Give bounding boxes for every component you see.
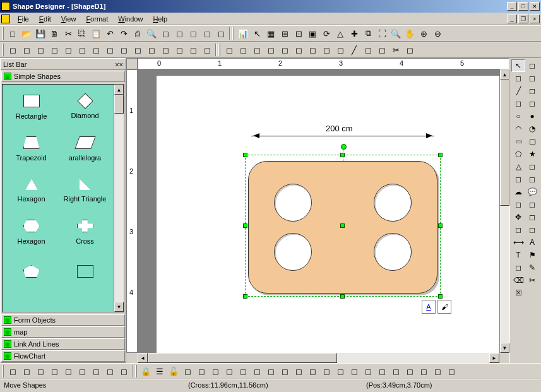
- copy2-button[interactable]: ◻: [158, 27, 172, 40]
- resize-handle-w[interactable]: [243, 223, 247, 228]
- c7-button[interactable]: ◻: [306, 43, 319, 57]
- arc2-button[interactable]: ◻: [333, 43, 347, 57]
- dimension-text[interactable]: 200 cm: [324, 124, 355, 133]
- m6-button[interactable]: ◻: [75, 364, 89, 378]
- bezier-tool[interactable]: ◻: [511, 173, 525, 186]
- m2-button[interactable]: ◻: [20, 364, 33, 378]
- print-button[interactable]: ⎙: [131, 27, 145, 40]
- minimize-button[interactable]: _: [507, 2, 517, 11]
- backward-button[interactable]: ◻: [375, 364, 389, 378]
- same-h-button[interactable]: ◻: [306, 364, 319, 378]
- category-simple-shapes[interactable]: ▦ Simple Shapes: [1, 71, 125, 82]
- palette-shape-rect[interactable]: Rectangle: [4, 86, 58, 128]
- resize-handle-e[interactable]: [438, 223, 443, 228]
- menu-window[interactable]: Window: [113, 14, 148, 24]
- selected-shape[interactable]: [248, 161, 437, 294]
- paint-button[interactable]: ◻: [403, 43, 417, 57]
- line2-tool[interactable]: ◻: [525, 85, 539, 97]
- shapeprops-button[interactable]: ◻: [186, 27, 200, 40]
- scroll-right-button[interactable]: ►: [489, 353, 499, 363]
- triangle-tool[interactable]: △: [511, 160, 525, 173]
- palette-scrollbar[interactable]: ▲ ▼: [114, 85, 124, 312]
- category-flowchart[interactable]: ▦FlowChart: [1, 350, 125, 362]
- text-t-tool[interactable]: T: [511, 249, 525, 261]
- c1-button[interactable]: ◻: [222, 43, 236, 57]
- mdi-restore-button[interactable]: ❐: [518, 15, 528, 23]
- rotation-handle[interactable]: [341, 144, 347, 150]
- sel-rect-button[interactable]: ▣: [306, 27, 319, 40]
- cross-button[interactable]: ✚: [347, 27, 361, 40]
- c3-button[interactable]: ◻: [250, 43, 264, 57]
- palette-shape-pent[interactable]: [4, 253, 58, 295]
- multi-tool[interactable]: ◻: [511, 261, 525, 274]
- curve2-tool[interactable]: ◻: [525, 160, 539, 173]
- back-button[interactable]: ◻: [347, 364, 361, 378]
- a14-button[interactable]: ◻: [200, 43, 214, 57]
- select-button[interactable]: ↖: [250, 27, 264, 40]
- scroll-up-button[interactable]: ▲: [114, 85, 124, 95]
- zoom-out-button[interactable]: ⊖: [431, 27, 444, 40]
- toolbar-grip[interactable]: [2, 44, 4, 56]
- measure-tool[interactable]: ⟷: [511, 236, 525, 249]
- align-l-button[interactable]: ◻: [181, 364, 194, 378]
- shear-tool[interactable]: ◻: [525, 223, 539, 236]
- a3-button[interactable]: ◻: [47, 43, 61, 57]
- poly-tool[interactable]: ⬠: [511, 148, 525, 160]
- same-button[interactable]: ◻: [319, 364, 333, 378]
- pointer-tool[interactable]: ↖: [511, 59, 525, 72]
- a9-button[interactable]: ◻: [131, 43, 145, 57]
- arc1-button[interactable]: ◻: [319, 43, 333, 57]
- cursor-add-tool[interactable]: ◻: [511, 72, 525, 85]
- line-button[interactable]: ╱: [347, 43, 361, 57]
- snap-button[interactable]: ⊡: [292, 27, 306, 40]
- new-button[interactable]: □: [6, 27, 20, 40]
- g5-button[interactable]: ◻: [444, 364, 458, 378]
- scissors-button[interactable]: ✂: [389, 43, 403, 57]
- grid-button[interactable]: ▦: [264, 27, 278, 40]
- palette-shape-cross[interactable]: Cross: [58, 211, 112, 253]
- circle-tool[interactable]: ●: [525, 110, 539, 122]
- bez-button[interactable]: ◻: [361, 43, 375, 57]
- g2-button[interactable]: ◻: [403, 364, 417, 378]
- pencil-tool[interactable]: ✎: [525, 261, 539, 274]
- toolbar-grip[interactable]: [2, 365, 4, 377]
- paste-button[interactable]: 📋: [89, 27, 103, 40]
- resize-handle-sw[interactable]: [243, 294, 247, 299]
- group-button[interactable]: ◻: [200, 27, 214, 40]
- rotate-button[interactable]: ⟳: [319, 27, 333, 40]
- redo-button[interactable]: ↷: [117, 27, 131, 40]
- scroll-track[interactable]: [114, 114, 124, 302]
- align-m-button[interactable]: ◻: [236, 364, 250, 378]
- c2-button[interactable]: ◻: [236, 43, 250, 57]
- star-tool[interactable]: ★: [525, 148, 539, 160]
- dist-h-button[interactable]: ◻: [264, 364, 278, 378]
- close-button[interactable]: ×: [530, 2, 540, 11]
- scroll-up-button[interactable]: ▲: [500, 69, 509, 80]
- grid2-button[interactable]: ⊞: [278, 27, 292, 40]
- line-tool[interactable]: ╱: [511, 85, 525, 97]
- palette-shape-diamond[interactable]: Diamond: [58, 86, 112, 128]
- scroll-track[interactable]: [337, 353, 489, 363]
- toolbar-grip[interactable]: [218, 44, 220, 56]
- flag-tool[interactable]: ⚑: [525, 249, 539, 261]
- scroll-thumb[interactable]: [148, 353, 337, 363]
- m9-button[interactable]: ◻: [117, 364, 131, 378]
- mdi-minimize-button[interactable]: _: [507, 15, 517, 23]
- same-w-button[interactable]: ◻: [292, 364, 306, 378]
- palette-shape-rtri[interactable]: Right Triangle: [58, 170, 112, 211]
- saveall-button[interactable]: 🗎: [47, 27, 61, 40]
- c5-button[interactable]: ◻: [278, 43, 292, 57]
- a13-button[interactable]: ◻: [186, 43, 200, 57]
- save-button[interactable]: 💾: [33, 27, 47, 40]
- resize-handle-ne[interactable]: [438, 153, 443, 157]
- scale-tool[interactable]: ◻: [511, 223, 525, 236]
- a6-button[interactable]: ◻: [89, 43, 103, 57]
- dist-v-button[interactable]: ◻: [278, 364, 292, 378]
- c6-button[interactable]: ◻: [292, 43, 306, 57]
- ray-tool[interactable]: ◻: [525, 97, 539, 110]
- spline-tool[interactable]: ◻: [525, 173, 539, 186]
- scroll-thumb[interactable]: [500, 80, 509, 206]
- align-c-button[interactable]: ◻: [194, 364, 208, 378]
- horizontal-ruler[interactable]: 012345: [138, 58, 509, 69]
- m3-button[interactable]: ◻: [33, 364, 47, 378]
